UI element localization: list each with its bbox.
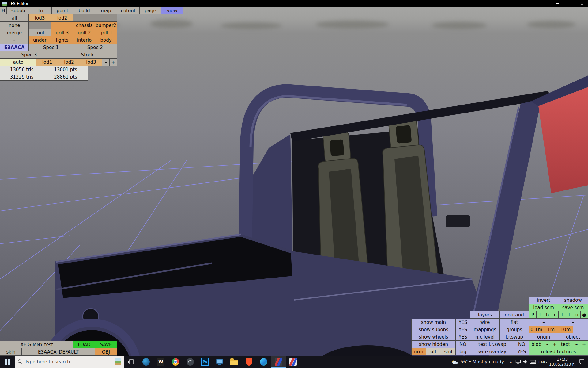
text-plus[interactable]: + [580,341,588,348]
text-minus[interactable]: – [573,341,580,348]
nrm-button[interactable]: nrm [411,348,426,355]
toggle-u[interactable]: u [573,311,581,319]
taskbar-icon-this-pc[interactable] [212,356,227,368]
toggle-f[interactable]: f [537,311,544,319]
toggle-l[interactable]: l [559,311,566,319]
btn-stock[interactable]: Stock [58,51,117,59]
btn-grill3[interactable]: grill 3 [51,29,74,36]
nclevel-button[interactable]: n.c.level [470,333,500,341]
task-view-button[interactable] [124,356,139,368]
test-lrswap-toggle[interactable]: NO [514,341,529,348]
test-lrswap-label[interactable]: test l.r.swap [470,341,514,348]
btn-interio[interactable]: interio [74,36,95,44]
action-center-button[interactable] [576,356,588,368]
tray-volume-button[interactable] [522,356,529,368]
btn-lod-auto[interactable]: auto [0,59,36,66]
groups-button[interactable]: groups [500,326,529,333]
show-main-label[interactable]: show main [411,319,456,326]
skin-name[interactable]: E3AACA_DEFAULT [22,348,95,356]
btn-merge[interactable]: merge [0,29,29,36]
empty-orange-cell[interactable] [51,22,74,29]
toggle-b[interactable]: b [544,311,551,319]
clock[interactable]: 17:33 13.05.2023 г. [549,357,576,366]
menu-cutout[interactable]: cutout [117,7,140,14]
load-scm-button[interactable]: load scm [529,304,558,311]
taskbar-icon-app-dark[interactable] [183,356,198,368]
btn-spec1[interactable]: Spec 1 [29,44,74,51]
toggle-dot[interactable]: ● [581,311,588,319]
toggle-r[interactable]: r [551,311,559,319]
btn-lod3[interactable]: lod3 [80,59,102,66]
shadow-button[interactable]: shadow [558,297,588,304]
show-subobs-toggle[interactable]: YES [456,326,470,333]
start-button[interactable] [0,356,15,368]
btn-chassis[interactable]: chassis [74,22,95,29]
menu-map[interactable]: map [95,7,117,14]
menu-point[interactable]: point [52,7,74,14]
wire-overlay-label[interactable]: wire overlay [470,348,514,355]
load-button[interactable]: LOAD [74,341,95,348]
show-wheels-label[interactable]: show wheels [411,333,456,341]
btn-lights[interactable]: lights [51,36,74,44]
save-scm-button[interactable]: save scm [558,304,588,311]
blob-button[interactable]: blob [529,341,544,348]
show-main-toggle[interactable]: YES [456,319,470,326]
mappings-button[interactable]: mappings [470,326,500,333]
menu-view-active[interactable]: view [161,7,183,14]
close-button[interactable] [576,0,588,7]
menu-subob[interactable]: subob [7,7,30,14]
show-wheels-toggle[interactable]: YES [456,333,470,341]
layers-button[interactable]: layers [470,311,500,319]
origin-button[interactable]: origin [529,333,558,341]
taskbar-icon-browser[interactable] [139,356,153,368]
btn-lod-plus[interactable]: + [110,59,117,66]
nrm-off-button[interactable]: off [426,348,441,355]
language-indicator[interactable]: ENG [537,360,549,364]
btn-grill1[interactable]: grill 1 [95,29,117,36]
obj-button[interactable]: OBJ [95,348,117,356]
color-code-e3aaca[interactable]: E3AACA [0,44,29,51]
tray-expand-button[interactable]: ∧ [507,356,514,368]
search-highlight-icon[interactable] [115,358,121,365]
btn-lod1[interactable]: lod1 [36,59,58,66]
btn-lod2-top[interactable]: lod2 [51,14,74,22]
taskbar-icon-lfs[interactable] [286,356,300,368]
wire-button[interactable]: wire [470,319,500,326]
taskbar-icon-brave[interactable] [242,356,256,368]
btn-lod-minus[interactable]: – [102,59,110,66]
btn-dash[interactable]: – [0,36,29,44]
taskbar-icon-edge[interactable] [256,356,271,368]
toggle-t[interactable]: t [566,311,573,319]
menu-page[interactable]: page [140,7,161,14]
show-subobs-label[interactable]: show subobs [411,326,456,333]
btn-under[interactable]: under [29,36,51,44]
lrswap-button[interactable]: l.r.swap [500,333,529,341]
blob-minus[interactable]: – [544,341,551,348]
taskbar-icon-file-explorer[interactable] [227,356,242,368]
minimize-button[interactable] [551,0,564,7]
save-button[interactable]: SAVE [95,341,117,348]
blob-plus[interactable]: + [551,341,558,348]
btn-none[interactable]: none [0,22,29,29]
menu-build[interactable]: build [74,7,95,14]
text-button[interactable]: text [558,341,573,348]
taskbar-icon-chrome[interactable] [168,356,183,368]
reload-textures-button[interactable]: reload textures [529,348,588,355]
tray-keyboard-button[interactable] [529,356,537,368]
grid-1m-button[interactable]: 1m [544,326,558,333]
grid-01m-button[interactable]: 0.1m [529,326,544,333]
menu-h[interactable]: H [0,7,7,14]
show-hidden-label[interactable]: show hidden [411,341,456,348]
taskbar-icon-photoshop[interactable]: Ps [198,356,212,368]
btn-grill2[interactable]: grill 2 [74,29,95,36]
nrm-sml-button[interactable]: sml [441,348,456,355]
toggle-p[interactable]: P [529,311,537,319]
gouraud-button[interactable]: gouraud [500,311,529,319]
btn-bumper2[interactable]: bumper2 [95,22,117,29]
menu-tri[interactable]: tri [30,7,52,14]
wire-dash-2[interactable]: – [558,319,588,326]
wire-dash-1[interactable]: – [529,319,558,326]
taskbar-icon-wikipedia[interactable]: W [153,356,168,368]
search-input[interactable] [24,359,102,365]
btn-lod3-top[interactable]: lod3 [29,14,51,22]
